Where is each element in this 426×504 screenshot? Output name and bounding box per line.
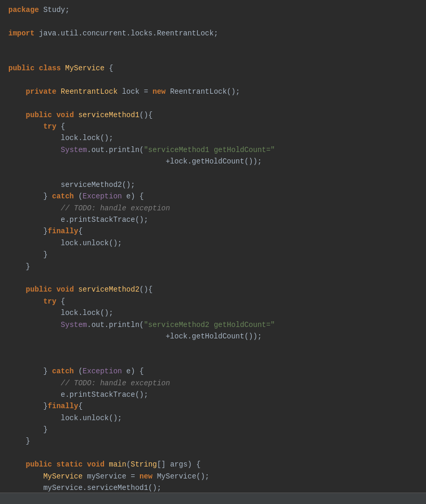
code-text: ( bbox=[74, 192, 83, 200]
code-text: lock.lock(); bbox=[8, 134, 113, 142]
keyword-catch2: catch bbox=[52, 367, 74, 375]
code-text bbox=[8, 146, 61, 154]
code-text bbox=[8, 472, 43, 481]
code-text bbox=[8, 379, 61, 387]
code-text: myService.serviceMethod1(); bbox=[8, 484, 161, 492]
code-line: MyService myService = new MyService(); bbox=[0, 471, 426, 482]
code-text: myService = bbox=[83, 472, 139, 481]
code-line: } catch (Exception e) { bbox=[0, 366, 426, 377]
keyword-package: package bbox=[8, 6, 39, 14]
code-line: // TODO: handle exception bbox=[0, 203, 426, 214]
code-line: } bbox=[0, 424, 426, 435]
code-text bbox=[61, 64, 65, 72]
code-text bbox=[8, 285, 26, 294]
code-line bbox=[0, 74, 426, 85]
code-text bbox=[8, 111, 26, 119]
keyword-public: public bbox=[8, 64, 34, 72]
keyword-public4: public bbox=[26, 460, 52, 469]
code-text bbox=[34, 64, 38, 72]
code-text: { bbox=[105, 64, 113, 72]
code-text bbox=[56, 87, 60, 96]
classname-myservice: MyService bbox=[65, 64, 105, 72]
code-line: lock.lock(); bbox=[0, 307, 426, 319]
code-text: [] args) { bbox=[157, 460, 201, 469]
code-line: // TODO: handle exception bbox=[0, 377, 426, 389]
code-line: private ReentrantLock lock = new Reentra… bbox=[0, 86, 426, 97]
keyword-import: import bbox=[8, 29, 34, 37]
code-line bbox=[0, 342, 426, 354]
code-line: lock.unlock(); bbox=[0, 237, 426, 249]
code-line: package Study; bbox=[0, 4, 426, 16]
keyword-class: class bbox=[39, 64, 61, 72]
code-text bbox=[83, 460, 87, 469]
keyword-void2: void bbox=[56, 285, 74, 294]
methodname-main: main bbox=[109, 460, 126, 469]
code-line bbox=[0, 51, 426, 62]
code-text: { bbox=[56, 122, 65, 131]
code-text: { bbox=[56, 297, 65, 306]
code-line: }finally{ bbox=[0, 225, 426, 237]
code-text: java.util.concurrent.locks.ReentrantLock… bbox=[34, 29, 218, 37]
code-text: } bbox=[8, 367, 52, 375]
code-text bbox=[8, 321, 61, 329]
code-line: lock.unlock(); bbox=[0, 412, 426, 424]
keyword-finally1: finally bbox=[48, 227, 79, 235]
code-text: } bbox=[8, 262, 30, 271]
code-text: e) { bbox=[122, 367, 144, 375]
status-bar bbox=[0, 493, 426, 504]
code-text: .out.println( bbox=[87, 146, 144, 154]
code-text: } bbox=[8, 227, 48, 235]
keyword-try2: try bbox=[43, 297, 56, 306]
comment-todo2: // TODO: handle exception bbox=[61, 379, 170, 387]
code-line bbox=[0, 167, 426, 179]
code-line bbox=[0, 272, 426, 284]
code-line: try { bbox=[0, 296, 426, 307]
code-text: e.printStackTrace(); bbox=[8, 216, 148, 224]
code-line: System.out.println("serviceMethod1 getHo… bbox=[0, 144, 426, 156]
code-text: e) { bbox=[122, 192, 144, 200]
string-sysout1: "serviceMethod1 getHoldCount=" bbox=[144, 146, 275, 154]
code-text bbox=[8, 87, 26, 96]
code-line: e.printStackTrace(); bbox=[0, 389, 426, 400]
classname-myservice2: MyService bbox=[43, 472, 83, 481]
code-text bbox=[8, 460, 26, 469]
code-line: serviceMethod2(); bbox=[0, 179, 426, 191]
code-line: import java.util.concurrent.locks.Reentr… bbox=[0, 28, 426, 39]
methodname-servicemethod2: serviceMethod2 bbox=[78, 285, 139, 294]
code-text: lock.unlock(); bbox=[8, 414, 122, 422]
code-text: .out.println( bbox=[87, 321, 144, 329]
code-text bbox=[8, 122, 43, 131]
code-line: +lock.getHoldCount()); bbox=[0, 331, 426, 342]
code-text: +lock.getHoldCount()); bbox=[8, 332, 262, 341]
code-text: lock = bbox=[118, 87, 152, 96]
keyword-void3: void bbox=[87, 460, 105, 469]
code-line bbox=[0, 97, 426, 109]
code-text: (){ bbox=[139, 111, 152, 119]
code-line: } bbox=[0, 435, 426, 447]
code-text bbox=[8, 297, 43, 306]
code-editor: package Study; import java.util.concurre… bbox=[0, 0, 426, 504]
code-line: e.printStackTrace(); bbox=[0, 214, 426, 225]
code-text: } bbox=[8, 192, 52, 200]
methodname-servicemethod1: serviceMethod1 bbox=[78, 111, 139, 119]
code-text: serviceMethod2(); bbox=[8, 181, 135, 189]
code-line bbox=[0, 39, 426, 51]
code-text: MyService(); bbox=[152, 472, 209, 481]
keyword-private: private bbox=[26, 87, 57, 96]
code-text: +lock.getHoldCount()); bbox=[8, 157, 262, 166]
code-line bbox=[0, 354, 426, 366]
code-text: ( bbox=[74, 367, 83, 375]
code-text: Study; bbox=[39, 6, 70, 14]
string-sysout2: "serviceMethod2 getHoldCount=" bbox=[144, 321, 275, 329]
code-line: } bbox=[0, 261, 426, 272]
code-line: +lock.getHoldCount()); bbox=[0, 156, 426, 167]
code-text: (){ bbox=[139, 285, 152, 294]
code-line: try { bbox=[0, 121, 426, 132]
keyword-void: void bbox=[56, 111, 74, 119]
keyword-new2: new bbox=[139, 472, 152, 481]
classname-reentrantlock: ReentrantLock bbox=[61, 87, 118, 96]
exception-exception: Exception bbox=[83, 192, 122, 200]
keyword-finally2: finally bbox=[48, 402, 79, 410]
classname-string: String bbox=[131, 460, 157, 469]
code-text: } bbox=[8, 437, 30, 445]
